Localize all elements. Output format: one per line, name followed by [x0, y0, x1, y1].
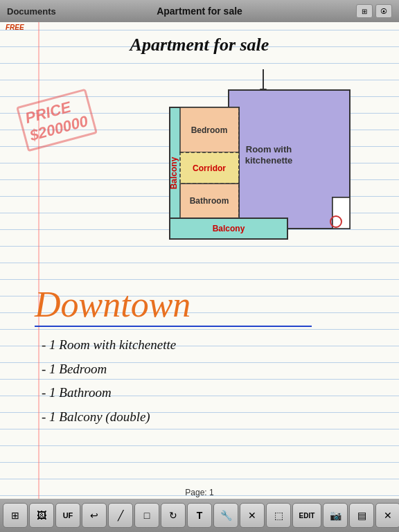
- svg-text:kitchenette: kitchenette: [245, 155, 293, 166]
- toolbar-edit-btn[interactable]: EDIT: [292, 503, 321, 528]
- document-title: Apartment for sale: [157, 6, 242, 17]
- documents-label[interactable]: Documents: [7, 6, 56, 17]
- svg-text:Balcony: Balcony: [213, 224, 245, 233]
- toolbar-uf-btn[interactable]: UF: [55, 503, 80, 528]
- toolbar-x-btn[interactable]: ✕: [375, 503, 399, 528]
- title-bar: Documents Apartment for sale ⊞ ⦿: [0, 0, 399, 22]
- page-title: Apartment for sale: [0, 35, 399, 55]
- camera-icon[interactable]: ⦿: [375, 4, 392, 18]
- floor-plan: Room with kitchenette Bedroom Corridor B…: [132, 69, 353, 263]
- svg-text:Bathroom: Bathroom: [190, 196, 229, 206]
- bullet-list: - 1 Room with kitchenette - 1 Bedroom - …: [42, 336, 176, 432]
- toolbar-select-btn[interactable]: ⬚: [266, 503, 291, 528]
- toolbar-grid-btn[interactable]: ⊞: [3, 503, 28, 528]
- svg-text:Bedroom: Bedroom: [191, 125, 228, 135]
- downtown-heading: Downtown: [35, 284, 190, 325]
- toolbar-undo-btn[interactable]: ↩: [82, 503, 107, 528]
- toolbar-rect-btn[interactable]: □: [134, 503, 159, 528]
- toolbar-close-btn[interactable]: ✕: [240, 503, 265, 528]
- titlebar-icons: ⊞ ⦿: [356, 4, 392, 18]
- toolbar-rotate-btn[interactable]: ↻: [161, 503, 186, 528]
- toolbar-camera-btn[interactable]: 📷: [323, 503, 348, 528]
- svg-text:Balcony: Balcony: [169, 157, 179, 189]
- svg-text:Corridor: Corridor: [193, 163, 226, 173]
- bullet-item-1: - 1 Room with kitchenette: [42, 336, 176, 355]
- svg-text:Room with: Room with: [246, 144, 292, 154]
- bullet-item-3: - 1 Bathroom: [42, 384, 176, 402]
- toolbar-text-btn[interactable]: T: [187, 503, 212, 528]
- toolbar-grid2-btn[interactable]: ▤: [349, 503, 374, 528]
- bottom-toolbar: ⊞ 🖼 UF ↩ ╱ □ ↻ T 🔧 ✕ ⬚ EDIT 📷 ▤ ✕ 🌐 ▶: [0, 499, 399, 532]
- toolbar-image-btn[interactable]: 🖼: [29, 503, 54, 528]
- free-badge: FREE: [6, 24, 24, 31]
- toolbar-tools-btn[interactable]: 🔧: [213, 503, 238, 528]
- page-indicator: Page: 1: [185, 488, 213, 497]
- toolbar-line-btn[interactable]: ╱: [108, 503, 133, 528]
- bullet-item-4: - 1 Balcony (double): [42, 408, 176, 427]
- downtown-underline: [35, 326, 312, 327]
- action-icon[interactable]: ⊞: [356, 4, 373, 18]
- bullet-item-2: - 1 Bedroom: [42, 360, 176, 379]
